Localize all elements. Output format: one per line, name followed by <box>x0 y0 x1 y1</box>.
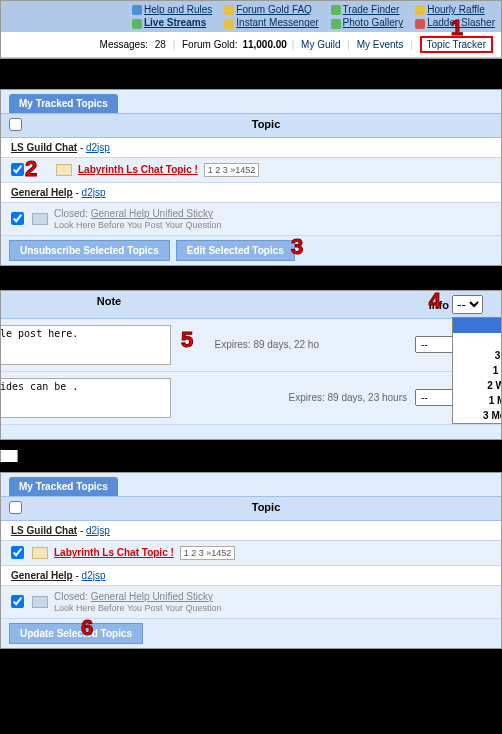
duration-select-header[interactable]: -- <box>452 295 483 314</box>
topic-tracker-highlight: Topic Tracker <box>420 36 493 53</box>
marker-5: 5 <box>181 327 193 353</box>
photo-icon <box>331 19 341 29</box>
row-checkbox[interactable] <box>11 546 24 559</box>
envelope-icon <box>56 164 72 176</box>
dd-option[interactable]: 2 Weeks <box>453 378 502 393</box>
envelope-icon <box>32 547 48 559</box>
marker-2: 2 <box>25 156 37 182</box>
expires-text: Expires: 89 days, 22 ho <box>214 339 319 350</box>
topic-row: Closed: General Help Unified Sticky Look… <box>1 586 501 619</box>
stream-icon <box>132 19 142 29</box>
dd-option[interactable]: 1 Week <box>453 363 502 378</box>
category-name[interactable]: LS Guild Chat <box>11 142 77 153</box>
raffle-icon <box>415 5 425 15</box>
category-link[interactable]: d2jsp <box>82 570 106 581</box>
photo-gallery-link[interactable]: Photo Gallery <box>331 17 404 28</box>
my-events-link[interactable]: My Events <box>357 39 404 50</box>
topic-tracker-link[interactable]: Topic Tracker <box>427 39 486 50</box>
gold-label: Forum Gold: <box>182 39 238 50</box>
closed-prefix: Closed: <box>54 208 88 219</box>
topic-subtext: Look Here Before You Post Your Question <box>54 603 222 613</box>
unsubscribe-button[interactable]: Unsubscribe Selected Topics <box>9 240 170 261</box>
expires-text: Expires: 89 days, 23 hours <box>289 392 407 403</box>
trade-finder-link[interactable]: Trade Finder <box>331 4 404 15</box>
closed-prefix: Closed: <box>54 591 88 602</box>
user-bar: Messages: 28 | Forum Gold: 11,000.00 | M… <box>1 32 501 58</box>
envelope-closed-icon <box>32 596 48 608</box>
topic-link[interactable]: Labyrinth Ls Chat Topic ! <box>54 547 174 558</box>
raffle-link[interactable]: Hourly Raffle <box>415 4 495 15</box>
row-checkbox[interactable] <box>11 595 24 608</box>
category-link[interactable]: d2jsp <box>86 525 110 536</box>
help-link[interactable]: Help and Rules <box>132 4 212 15</box>
topic-header: Topic <box>39 118 493 133</box>
gold-faq-link[interactable]: Forum Gold FAQ <box>224 4 318 15</box>
envelope-closed-icon <box>32 213 48 225</box>
topic-row: Labyrinth Ls Chat Topic ! 1 2 3 »1452 <box>1 541 501 566</box>
topic-subtext: Look Here Before You Post Your Question <box>54 220 222 230</box>
edit-panel: Note Info -- -- 1 Day 3 Days 1 Week 2 We… <box>0 290 502 440</box>
topic-link[interactable]: Labyrinth Ls Chat Topic ! <box>78 164 198 175</box>
row-checkbox[interactable] <box>11 163 24 176</box>
im-link[interactable]: Instant Messenger <box>224 17 318 28</box>
live-streams-link[interactable]: Live Streams <box>132 17 212 28</box>
select-all-checkbox[interactable] <box>9 501 22 514</box>
messages-label: Messages: <box>100 39 148 50</box>
category-link[interactable]: d2jsp <box>82 187 106 198</box>
edit-button[interactable]: Edit Selected Topics <box>176 240 295 261</box>
my-guild-link[interactable]: My Guild <box>301 39 340 50</box>
category-link[interactable]: d2jsp <box>86 142 110 153</box>
messages-count: 28 <box>155 39 166 50</box>
dd-option[interactable]: 1 Month <box>453 393 502 408</box>
header-links: Help and Rules Live Streams Forum Gold F… <box>1 1 501 32</box>
info-header: Info <box>429 299 449 311</box>
row-checkbox[interactable] <box>11 212 24 225</box>
note-header: Note <box>9 295 209 314</box>
tracked-topics-panel: My Tracked Topics Topic LS Guild Chat - … <box>0 89 502 266</box>
tracked-topics-tab[interactable]: My Tracked Topics <box>9 477 118 496</box>
topic-link[interactable]: General Help Unified Sticky <box>91 591 213 602</box>
note-textarea[interactable] <box>0 325 171 365</box>
header-panel: Help and Rules Live Streams Forum Gold F… <box>0 0 502 59</box>
help-icon <box>132 5 142 15</box>
update-button[interactable]: Update Selected Topics <box>9 623 143 644</box>
topic-row: 2 Labyrinth Ls Chat Topic ! 1 2 3 »1452 <box>1 158 501 183</box>
duration-dropdown-open[interactable]: -- 1 Day 3 Days 1 Week 2 Weeks 1 Month 3… <box>452 317 502 424</box>
gold-value: 11,000.00 <box>242 39 287 50</box>
category-name[interactable]: General Help <box>11 187 73 198</box>
dd-option[interactable]: 3 Months <box>453 408 502 423</box>
ladder-link[interactable]: Ladder Slasher <box>415 17 495 28</box>
dd-option[interactable]: 1 Day <box>453 333 502 348</box>
pager[interactable]: 1 2 3 »1452 <box>204 163 260 177</box>
category-name[interactable]: LS Guild Chat <box>11 525 77 536</box>
dd-option[interactable]: 3 Days <box>453 348 502 363</box>
dd-option[interactable]: -- <box>453 318 502 333</box>
im-icon <box>224 19 234 29</box>
tracked-topics-panel-2: My Tracked Topics Topic LS Guild Chat - … <box>0 472 502 649</box>
category-name[interactable]: General Help <box>11 570 73 581</box>
note-textarea[interactable] <box>0 378 171 418</box>
topic-row: Closed: General Help Unified Sticky Look… <box>1 203 501 236</box>
select-all-checkbox[interactable] <box>9 118 22 131</box>
pager[interactable]: 1 2 3 »1452 <box>180 546 236 560</box>
topic-link[interactable]: General Help Unified Sticky <box>91 208 213 219</box>
trade-icon <box>331 5 341 15</box>
topic-header: Topic <box>39 501 493 516</box>
gold-icon <box>224 5 234 15</box>
tracked-topics-tab[interactable]: My Tracked Topics <box>9 94 118 113</box>
ladder-icon <box>415 19 425 29</box>
